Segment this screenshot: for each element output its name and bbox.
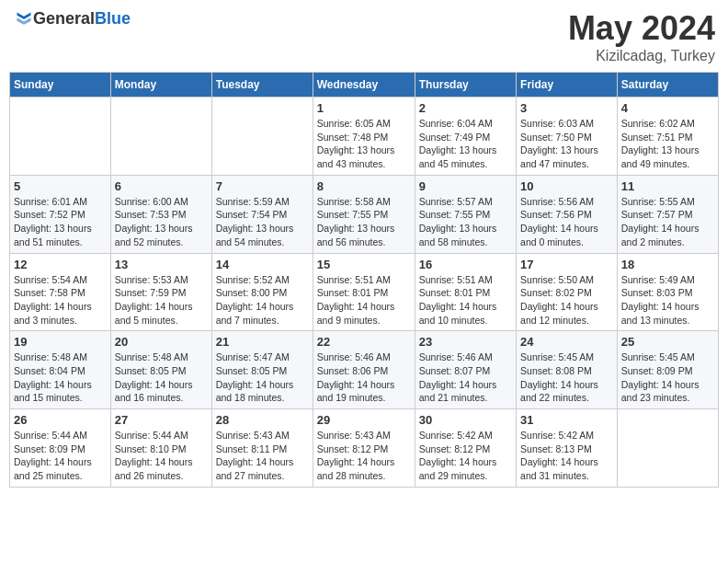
calendar-cell: 19Sunrise: 5:48 AMSunset: 8:04 PMDayligh… [10, 331, 111, 409]
day-number: 14 [216, 258, 309, 271]
calendar-cell [211, 98, 313, 176]
day-info: Sunrise: 5:57 AMSunset: 7:55 PMDaylight:… [419, 195, 512, 249]
day-info: Sunrise: 5:46 AMSunset: 8:07 PMDaylight:… [419, 350, 512, 405]
weekday-header-row: SundayMondayTuesdayWednesdayThursdayFrid… [10, 73, 719, 98]
weekday-header-saturday: Saturday [617, 73, 718, 98]
logo-icon [15, 10, 33, 29]
day-number: 5 [14, 179, 107, 193]
day-info: Sunrise: 6:00 AMSunset: 7:53 PMDaylight:… [115, 195, 208, 249]
calendar-cell: 22Sunrise: 5:46 AMSunset: 8:06 PMDayligh… [313, 331, 415, 409]
calendar-cell: 3Sunrise: 6:03 AMSunset: 7:50 PMDaylight… [517, 98, 618, 176]
day-number: 3 [520, 101, 613, 115]
calendar-cell: 14Sunrise: 5:52 AMSunset: 8:00 PMDayligh… [211, 253, 313, 331]
day-number: 13 [115, 258, 208, 271]
day-number: 16 [419, 258, 512, 271]
day-number: 31 [520, 413, 613, 427]
calendar-cell: 17Sunrise: 5:50 AMSunset: 8:02 PMDayligh… [517, 253, 618, 331]
day-number: 7 [216, 179, 309, 193]
weekday-header-wednesday: Wednesday [313, 73, 415, 98]
weekday-header-friday: Friday [517, 73, 618, 98]
day-info: Sunrise: 5:43 AMSunset: 8:11 PMDaylight:… [216, 429, 309, 483]
day-info: Sunrise: 6:01 AMSunset: 7:52 PMDaylight:… [14, 195, 107, 249]
day-number: 26 [14, 413, 107, 427]
calendar-cell: 1Sunrise: 6:05 AMSunset: 7:48 PMDaylight… [313, 98, 415, 176]
day-number: 4 [621, 101, 714, 115]
calendar-cell: 6Sunrise: 6:00 AMSunset: 7:53 PMDaylight… [110, 175, 211, 253]
calendar-cell: 26Sunrise: 5:44 AMSunset: 8:09 PMDayligh… [10, 409, 111, 488]
day-info: Sunrise: 5:48 AMSunset: 8:05 PMDaylight:… [115, 350, 208, 405]
day-number: 29 [317, 413, 411, 427]
calendar-cell: 15Sunrise: 5:51 AMSunset: 8:01 PMDayligh… [313, 253, 415, 331]
calendar-cell: 18Sunrise: 5:49 AMSunset: 8:03 PMDayligh… [617, 253, 718, 331]
calendar-cell: 11Sunrise: 5:55 AMSunset: 7:57 PMDayligh… [617, 175, 718, 253]
day-info: Sunrise: 5:50 AMSunset: 8:02 PMDaylight:… [520, 273, 613, 327]
day-info: Sunrise: 5:43 AMSunset: 8:12 PMDaylight:… [317, 429, 411, 483]
logo-text: GeneralBlue [33, 9, 131, 28]
day-number: 18 [621, 258, 714, 271]
day-number: 27 [115, 413, 208, 427]
day-info: Sunrise: 5:44 AMSunset: 8:09 PMDaylight:… [14, 429, 107, 483]
day-info: Sunrise: 5:42 AMSunset: 8:13 PMDaylight:… [520, 429, 613, 483]
day-number: 10 [520, 179, 613, 193]
calendar-cell: 7Sunrise: 5:59 AMSunset: 7:54 PMDaylight… [211, 175, 313, 253]
day-number: 6 [115, 179, 208, 193]
day-info: Sunrise: 5:55 AMSunset: 7:57 PMDaylight:… [621, 195, 714, 249]
calendar-cell: 16Sunrise: 5:51 AMSunset: 8:01 PMDayligh… [415, 253, 516, 331]
day-info: Sunrise: 5:48 AMSunset: 8:04 PMDaylight:… [14, 350, 107, 405]
calendar-cell: 10Sunrise: 5:56 AMSunset: 7:56 PMDayligh… [517, 175, 618, 253]
day-number: 2 [419, 101, 512, 115]
day-number: 11 [621, 179, 714, 193]
day-info: Sunrise: 5:45 AMSunset: 8:08 PMDaylight:… [520, 350, 613, 405]
weekday-header-sunday: Sunday [10, 73, 111, 98]
day-info: Sunrise: 5:58 AMSunset: 7:55 PMDaylight:… [317, 195, 411, 249]
calendar-cell [617, 409, 718, 488]
day-number: 17 [520, 258, 613, 271]
calendar-cell: 20Sunrise: 5:48 AMSunset: 8:05 PMDayligh… [110, 331, 211, 409]
calendar-cell: 31Sunrise: 5:42 AMSunset: 8:13 PMDayligh… [517, 409, 618, 488]
title-area: May 2024 Kizilcadag, Turkey [568, 9, 715, 64]
day-number: 15 [317, 258, 411, 271]
calendar-cell: 21Sunrise: 5:47 AMSunset: 8:05 PMDayligh… [211, 331, 313, 409]
calendar-cell: 29Sunrise: 5:43 AMSunset: 8:12 PMDayligh… [313, 409, 415, 488]
week-row-4: 19Sunrise: 5:48 AMSunset: 8:04 PMDayligh… [10, 331, 719, 409]
day-info: Sunrise: 5:56 AMSunset: 7:56 PMDaylight:… [520, 195, 613, 249]
day-info: Sunrise: 5:51 AMSunset: 8:01 PMDaylight:… [317, 273, 411, 327]
calendar-cell: 25Sunrise: 5:45 AMSunset: 8:09 PMDayligh… [617, 331, 718, 409]
week-row-5: 26Sunrise: 5:44 AMSunset: 8:09 PMDayligh… [10, 409, 719, 488]
day-number: 23 [419, 335, 512, 349]
calendar-cell: 9Sunrise: 5:57 AMSunset: 7:55 PMDaylight… [415, 175, 516, 253]
location: Kizilcadag, Turkey [568, 48, 715, 64]
day-info: Sunrise: 5:52 AMSunset: 8:00 PMDaylight:… [216, 273, 309, 327]
calendar-cell: 28Sunrise: 5:43 AMSunset: 8:11 PMDayligh… [211, 409, 313, 488]
day-number: 8 [317, 179, 411, 193]
day-info: Sunrise: 5:51 AMSunset: 8:01 PMDaylight:… [419, 273, 512, 327]
day-number: 20 [115, 335, 208, 349]
day-number: 25 [621, 335, 714, 349]
weekday-header-monday: Monday [110, 73, 211, 98]
day-info: Sunrise: 5:54 AMSunset: 7:58 PMDaylight:… [14, 273, 107, 327]
day-info: Sunrise: 5:47 AMSunset: 8:05 PMDaylight:… [216, 350, 309, 405]
day-info: Sunrise: 5:53 AMSunset: 7:59 PMDaylight:… [115, 273, 208, 327]
day-info: Sunrise: 5:42 AMSunset: 8:12 PMDaylight:… [419, 429, 512, 483]
day-info: Sunrise: 6:04 AMSunset: 7:49 PMDaylight:… [419, 117, 512, 171]
day-info: Sunrise: 5:44 AMSunset: 8:10 PMDaylight:… [115, 429, 208, 483]
day-number: 24 [520, 335, 613, 349]
logo: GeneralBlue [13, 9, 131, 29]
day-number: 19 [14, 335, 107, 349]
day-info: Sunrise: 5:45 AMSunset: 8:09 PMDaylight:… [621, 350, 714, 405]
day-info: Sunrise: 6:02 AMSunset: 7:51 PMDaylight:… [621, 117, 714, 171]
day-info: Sunrise: 6:05 AMSunset: 7:48 PMDaylight:… [317, 117, 411, 171]
week-row-1: 1Sunrise: 6:05 AMSunset: 7:48 PMDaylight… [10, 98, 719, 176]
weekday-header-thursday: Thursday [415, 73, 516, 98]
calendar-cell: 27Sunrise: 5:44 AMSunset: 8:10 PMDayligh… [110, 409, 211, 488]
calendar-cell: 4Sunrise: 6:02 AMSunset: 7:51 PMDaylight… [617, 98, 718, 176]
calendar-cell: 23Sunrise: 5:46 AMSunset: 8:07 PMDayligh… [415, 331, 516, 409]
calendar-cell [110, 98, 211, 176]
calendar-cell: 13Sunrise: 5:53 AMSunset: 7:59 PMDayligh… [110, 253, 211, 331]
day-info: Sunrise: 6:03 AMSunset: 7:50 PMDaylight:… [520, 117, 613, 171]
day-number: 22 [317, 335, 411, 349]
calendar-cell: 5Sunrise: 6:01 AMSunset: 7:52 PMDaylight… [10, 175, 111, 253]
day-number: 28 [216, 413, 309, 427]
calendar-cell: 2Sunrise: 6:04 AMSunset: 7:49 PMDaylight… [415, 98, 516, 176]
day-number: 9 [419, 179, 512, 193]
